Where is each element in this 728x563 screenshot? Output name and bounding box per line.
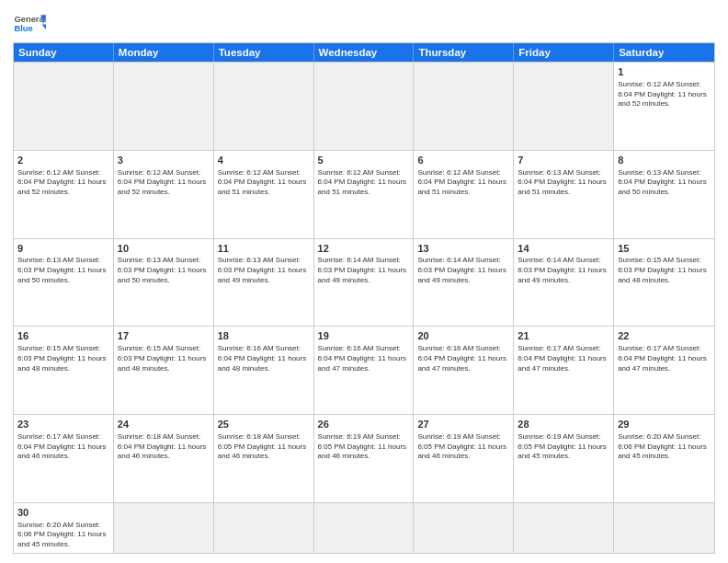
cell-day-number: 10	[118, 242, 210, 256]
calendar-cell: 28Sunrise: 6:19 AM Sunset: 6:05 PM Dayli…	[514, 415, 614, 503]
calendar-cell	[114, 503, 214, 553]
day-header: Friday	[514, 43, 614, 62]
cell-info: Sunrise: 6:17 AM Sunset: 6:04 PM Dayligh…	[17, 432, 109, 462]
cell-day-number: 9	[17, 242, 109, 256]
calendar-cell: 29Sunrise: 6:20 AM Sunset: 6:06 PM Dayli…	[614, 415, 714, 503]
cell-info: Sunrise: 6:16 AM Sunset: 6:04 PM Dayligh…	[417, 344, 509, 373]
cell-info: Sunrise: 6:15 AM Sunset: 6:03 PM Dayligh…	[17, 344, 109, 373]
cell-info: Sunrise: 6:14 AM Sunset: 6:03 PM Dayligh…	[318, 256, 410, 285]
cell-info: Sunrise: 6:12 AM Sunset: 6:04 PM Dayligh…	[17, 168, 109, 198]
cell-day-number: 30	[17, 506, 109, 520]
calendar-cell: 25Sunrise: 6:18 AM Sunset: 6:05 PM Dayli…	[214, 415, 314, 503]
cell-day-number: 4	[218, 154, 310, 167]
cell-day-number: 16	[17, 329, 109, 343]
header: General Blue	[13, 9, 715, 37]
calendar-cell: 27Sunrise: 6:19 AM Sunset: 6:05 PM Dayli…	[414, 415, 514, 503]
calendar-cell	[314, 63, 415, 151]
calendar-cell: 6Sunrise: 6:12 AM Sunset: 6:04 PM Daylig…	[414, 151, 514, 239]
cell-info: Sunrise: 6:13 AM Sunset: 6:03 PM Dayligh…	[118, 256, 210, 285]
cell-day-number: 3	[118, 154, 210, 167]
calendar-cell: 12Sunrise: 6:14 AM Sunset: 6:03 PM Dayli…	[314, 239, 415, 327]
cell-info: Sunrise: 6:19 AM Sunset: 6:05 PM Dayligh…	[318, 432, 410, 462]
calendar-cell: 30Sunrise: 6:20 AM Sunset: 6:06 PM Dayli…	[14, 503, 114, 553]
cell-day-number: 8	[618, 154, 711, 167]
cell-info: Sunrise: 6:20 AM Sunset: 6:06 PM Dayligh…	[618, 432, 711, 462]
calendar-cell: 13Sunrise: 6:14 AM Sunset: 6:03 PM Dayli…	[414, 239, 514, 327]
cell-day-number: 5	[318, 154, 410, 167]
day-header: Monday	[114, 43, 214, 62]
cell-day-number: 11	[218, 242, 310, 256]
cell-info: Sunrise: 6:13 AM Sunset: 6:03 PM Dayligh…	[17, 256, 109, 285]
cell-info: Sunrise: 6:14 AM Sunset: 6:03 PM Dayligh…	[518, 256, 609, 285]
cell-info: Sunrise: 6:14 AM Sunset: 6:03 PM Dayligh…	[417, 256, 509, 285]
cell-day-number: 15	[618, 242, 711, 256]
cell-day-number: 1	[618, 65, 711, 79]
day-header: Tuesday	[214, 43, 314, 62]
cell-info: Sunrise: 6:15 AM Sunset: 6:03 PM Dayligh…	[118, 344, 210, 373]
cell-day-number: 24	[118, 418, 210, 431]
cell-day-number: 7	[518, 154, 609, 167]
cell-day-number: 14	[518, 242, 609, 256]
cell-info: Sunrise: 6:12 AM Sunset: 6:04 PM Dayligh…	[318, 168, 410, 198]
cell-day-number: 13	[417, 242, 509, 256]
cell-info: Sunrise: 6:12 AM Sunset: 6:04 PM Dayligh…	[218, 168, 310, 198]
svg-marker-3	[42, 24, 46, 29]
calendar-cell: 9Sunrise: 6:13 AM Sunset: 6:03 PM Daylig…	[14, 239, 114, 327]
calendar-cell: 22Sunrise: 6:17 AM Sunset: 6:04 PM Dayli…	[614, 327, 714, 415]
cell-day-number: 18	[218, 329, 310, 343]
calendar-cell: 7Sunrise: 6:13 AM Sunset: 6:04 PM Daylig…	[514, 151, 614, 239]
calendar-cell: 17Sunrise: 6:15 AM Sunset: 6:03 PM Dayli…	[114, 327, 214, 415]
cell-day-number: 26	[318, 418, 410, 431]
calendar-cell: 8Sunrise: 6:13 AM Sunset: 6:04 PM Daylig…	[614, 151, 714, 239]
calendar-grid: 1Sunrise: 6:12 AM Sunset: 6:04 PM Daylig…	[14, 62, 714, 553]
calendar-cell	[314, 503, 415, 553]
cell-info: Sunrise: 6:16 AM Sunset: 6:04 PM Dayligh…	[318, 344, 410, 373]
cell-day-number: 22	[618, 329, 711, 343]
cell-info: Sunrise: 6:12 AM Sunset: 6:04 PM Dayligh…	[118, 168, 210, 198]
calendar-cell: 5Sunrise: 6:12 AM Sunset: 6:04 PM Daylig…	[314, 151, 415, 239]
cell-day-number: 17	[118, 329, 210, 343]
cell-info: Sunrise: 6:18 AM Sunset: 6:05 PM Dayligh…	[218, 432, 310, 462]
cell-info: Sunrise: 6:13 AM Sunset: 6:04 PM Dayligh…	[618, 168, 711, 198]
calendar-cell: 14Sunrise: 6:14 AM Sunset: 6:03 PM Dayli…	[514, 239, 614, 327]
cell-day-number: 6	[417, 154, 509, 167]
cell-info: Sunrise: 6:12 AM Sunset: 6:04 PM Dayligh…	[417, 168, 509, 198]
cell-day-number: 25	[218, 418, 310, 431]
calendar: SundayMondayTuesdayWednesdayThursdayFrid…	[13, 42, 715, 554]
cell-day-number: 21	[518, 329, 609, 343]
calendar-cell: 23Sunrise: 6:17 AM Sunset: 6:04 PM Dayli…	[14, 415, 114, 503]
calendar-cell: 2Sunrise: 6:12 AM Sunset: 6:04 PM Daylig…	[14, 151, 114, 239]
calendar-cell	[514, 63, 614, 151]
calendar-cell	[614, 503, 714, 553]
calendar-cell: 26Sunrise: 6:19 AM Sunset: 6:05 PM Dayli…	[314, 415, 415, 503]
calendar-cell	[214, 63, 314, 151]
calendar-cell	[214, 503, 314, 553]
cell-day-number: 29	[618, 418, 711, 431]
calendar-cell	[514, 503, 614, 553]
cell-info: Sunrise: 6:17 AM Sunset: 6:04 PM Dayligh…	[518, 344, 609, 373]
cell-info: Sunrise: 6:18 AM Sunset: 6:04 PM Dayligh…	[118, 432, 210, 462]
calendar-cell: 16Sunrise: 6:15 AM Sunset: 6:03 PM Dayli…	[14, 327, 114, 415]
cell-info: Sunrise: 6:19 AM Sunset: 6:05 PM Dayligh…	[417, 432, 509, 462]
svg-text:Blue: Blue	[14, 24, 32, 33]
calendar-cell	[414, 63, 514, 151]
calendar-cell: 1Sunrise: 6:12 AM Sunset: 6:04 PM Daylig…	[614, 63, 714, 151]
cell-day-number: 27	[417, 418, 509, 431]
cell-info: Sunrise: 6:12 AM Sunset: 6:04 PM Dayligh…	[618, 80, 711, 109]
calendar-cell: 20Sunrise: 6:16 AM Sunset: 6:04 PM Dayli…	[414, 327, 514, 415]
calendar-cell: 21Sunrise: 6:17 AM Sunset: 6:04 PM Dayli…	[514, 327, 614, 415]
calendar-cell: 15Sunrise: 6:15 AM Sunset: 6:03 PM Dayli…	[614, 239, 714, 327]
cell-info: Sunrise: 6:13 AM Sunset: 6:03 PM Dayligh…	[218, 256, 310, 285]
cell-info: Sunrise: 6:15 AM Sunset: 6:03 PM Dayligh…	[618, 256, 711, 285]
cell-info: Sunrise: 6:13 AM Sunset: 6:04 PM Dayligh…	[518, 168, 609, 198]
day-header: Sunday	[14, 43, 114, 62]
cell-day-number: 2	[17, 154, 109, 167]
cell-info: Sunrise: 6:17 AM Sunset: 6:04 PM Dayligh…	[618, 344, 711, 373]
cell-day-number: 12	[318, 242, 410, 256]
calendar-cell: 3Sunrise: 6:12 AM Sunset: 6:04 PM Daylig…	[114, 151, 214, 239]
cell-day-number: 20	[417, 329, 509, 343]
cell-info: Sunrise: 6:20 AM Sunset: 6:06 PM Dayligh…	[17, 521, 109, 550]
calendar-cell: 11Sunrise: 6:13 AM Sunset: 6:03 PM Dayli…	[214, 239, 314, 327]
calendar-cell: 4Sunrise: 6:12 AM Sunset: 6:04 PM Daylig…	[214, 151, 314, 239]
cell-day-number: 28	[518, 418, 609, 431]
